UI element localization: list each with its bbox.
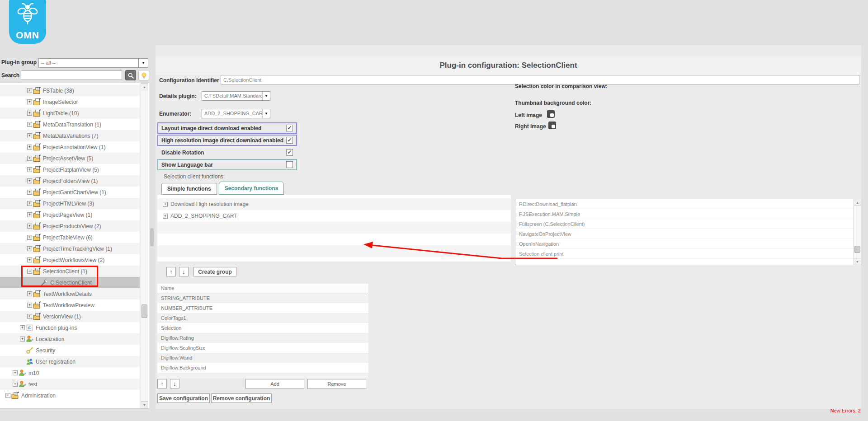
available-function-row[interactable]: Fullscreen (C.SelectionClient) [515, 219, 853, 229]
scroll-down-icon[interactable] [141, 401, 148, 408]
expander-icon[interactable]: + [27, 178, 32, 183]
expander-icon[interactable]: + [27, 212, 32, 217]
tree-item[interactable]: + ProjectAnnotationView (1) [0, 141, 140, 153]
expander-icon[interactable]: + [20, 337, 25, 341]
available-function-row[interactable]: NavigateOnProjectView [515, 229, 853, 239]
tree-item[interactable]: + ProjectFlatplanView (5) [0, 164, 140, 175]
hint-button[interactable] [138, 70, 149, 80]
tab[interactable]: Simple functions [161, 183, 217, 195]
expander-icon[interactable]: + [27, 122, 32, 127]
tree-item[interactable]: User registration [0, 356, 140, 367]
expander-icon[interactable]: + [27, 257, 32, 262]
tree-item[interactable]: + test [0, 379, 140, 390]
plugin-group-dropdown-arrow-icon[interactable] [138, 58, 148, 68]
tree-scrollbar[interactable] [141, 83, 148, 408]
available-function-row[interactable]: F.JSExecution.MAM.Simple [515, 209, 853, 219]
tree-item[interactable]: + ImageSelector [0, 96, 140, 108]
expander-icon[interactable]: + [163, 214, 168, 219]
expander-icon[interactable]: + [27, 235, 32, 240]
tree-item[interactable]: + m10 [0, 367, 140, 379]
table-row[interactable]: Digiflow.Wand [157, 353, 368, 363]
expander-icon[interactable]: + [5, 393, 10, 398]
tree-item[interactable]: + LightTable (10) [0, 108, 140, 119]
scrollbar-thumb[interactable] [854, 246, 860, 253]
expander-icon[interactable]: + [27, 111, 32, 116]
attribute-up-button[interactable] [157, 379, 167, 388]
remove-button[interactable]: Remove [307, 379, 366, 389]
assigned-function-row[interactable]: + Download High resolution image [157, 198, 511, 210]
checkbox[interactable] [286, 125, 293, 131]
tree-item[interactable]: + ProjectFoldersView (1) [0, 175, 140, 187]
expander-icon[interactable]: + [27, 303, 32, 308]
tree-item[interactable]: + ProjectPageView (1) [0, 209, 140, 220]
available-function-row[interactable]: Selection client print [515, 249, 853, 259]
search-input[interactable] [21, 70, 122, 80]
splitter-handle[interactable] [150, 228, 154, 246]
move-down-button[interactable] [179, 267, 189, 276]
tree-item[interactable]: + ProjectGanttChartView (1) [0, 187, 140, 198]
enumerator-select[interactable]: ADD_2_SHOPPING_CART [202, 109, 270, 118]
expander-icon[interactable]: + [13, 382, 18, 387]
expander-icon[interactable]: + [27, 99, 32, 104]
create-group-button[interactable]: Create group [193, 267, 236, 276]
available-function-row[interactable]: F.DirectDownload_flatplan [515, 199, 853, 209]
expander-icon[interactable]: + [27, 224, 32, 229]
scroll-up-icon[interactable] [854, 199, 861, 206]
table-row[interactable]: NUMBER_ATTRIBUTE [157, 303, 368, 313]
expander-icon[interactable]: + [13, 370, 18, 375]
search-button[interactable] [125, 70, 136, 80]
remove-configuration-button[interactable]: Remove configuration [211, 393, 272, 403]
tree-item[interactable]: + Function plug-ins [0, 322, 140, 333]
scroll-down-icon[interactable] [854, 258, 861, 265]
tree-item[interactable]: + ProjectTableView (6) [0, 232, 140, 243]
available-list-scrollbar[interactable] [854, 199, 861, 265]
tree-item[interactable]: + ProjectAssetView (5) [0, 153, 140, 164]
left-image-color-picker-icon[interactable] [547, 110, 555, 118]
expander-icon[interactable]: + [27, 314, 32, 319]
tree-item[interactable]: + Localization [0, 333, 140, 345]
tree-item[interactable]: + ProjectTimeTrackingView (1) [0, 243, 140, 254]
add-button[interactable]: Add [245, 379, 304, 389]
checkbox[interactable] [286, 149, 293, 156]
expander-icon[interactable]: + [27, 190, 32, 195]
plugin-group-select[interactable]: -- all -- [38, 58, 138, 68]
expander-icon[interactable]: + [27, 167, 32, 172]
expander-icon[interactable]: + [27, 88, 32, 93]
checkbox[interactable] [286, 161, 293, 168]
tab[interactable]: Secondary functions [219, 182, 284, 195]
scrollbar-thumb[interactable] [142, 304, 147, 318]
tree-item[interactable]: + ProjectWorkflowsView (2) [0, 254, 140, 266]
table-row[interactable]: Selection [157, 323, 368, 333]
tree-item[interactable]: + ProjectProductsView (2) [0, 220, 140, 232]
tree-item[interactable]: + TextWorkflowDetails [0, 288, 140, 299]
table-row[interactable]: Digiflow.Rating [157, 333, 368, 343]
tree-item[interactable]: + MetaDataTranslation (1) [0, 119, 140, 130]
details-plugin-select[interactable]: C.FSDetail.MAM.Standard [202, 91, 270, 101]
checkbox[interactable] [286, 137, 293, 144]
table-row[interactable]: ColorTags1 [157, 313, 368, 323]
expander-icon[interactable]: + [27, 133, 32, 138]
expander-icon[interactable]: + [163, 202, 168, 207]
tree-item[interactable]: Security [0, 345, 140, 356]
expander-icon[interactable]: + [27, 145, 32, 150]
tree-item[interactable]: + VersionView (1) [0, 311, 140, 322]
assigned-function-row[interactable]: + ADD_2_SHOPPING_CART [157, 210, 511, 222]
tree-item[interactable]: + FSTable (38) [0, 85, 140, 96]
tree-item[interactable]: + TextWorkflowPreview [0, 299, 140, 311]
move-up-button[interactable] [166, 267, 176, 276]
scroll-up-icon[interactable] [141, 84, 148, 90]
expander-icon[interactable]: + [27, 156, 32, 161]
available-function-row[interactable]: OpenInNavigation [515, 239, 853, 249]
tree-item[interactable]: + Administration [0, 390, 140, 401]
attribute-down-button[interactable] [170, 379, 179, 388]
expander-icon[interactable]: + [20, 325, 25, 330]
tree-item[interactable]: + MetaDataVariations (7) [0, 130, 140, 141]
expander-icon[interactable]: + [27, 246, 32, 251]
right-image-color-picker-icon[interactable] [548, 122, 556, 129]
tree-item[interactable]: + ProjectHTMLView (3) [0, 198, 140, 209]
table-row[interactable]: STRING_ATTRIBUTE [157, 293, 368, 303]
table-row[interactable]: Digiflow.Background [157, 363, 368, 373]
expander-icon[interactable]: + [27, 291, 32, 296]
table-row[interactable]: Digiflow.ScalingSize [157, 343, 368, 353]
save-configuration-button[interactable]: Save configuration [157, 393, 210, 403]
